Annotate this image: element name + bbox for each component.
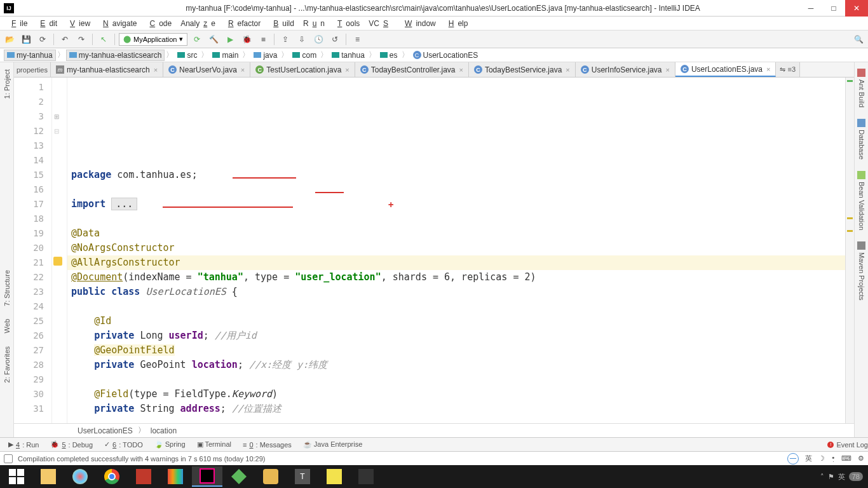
bottom-debug[interactable]: 🐞 5: Debug	[46, 438, 97, 451]
bottom-messages[interactable]: ≡ 0: Messages	[238, 439, 296, 451]
menu-refactor[interactable]: Refactor	[220, 18, 264, 29]
code-editor[interactable]: + package com.tanhua.es; import ... @Dat…	[67, 78, 845, 423]
run-config-selector[interactable]: ⬤ MyApplication ▾	[119, 33, 187, 46]
menu-view[interactable]: View	[62, 18, 94, 29]
task-intellij[interactable]	[192, 466, 222, 487]
breadcrumb-field[interactable]: location	[151, 426, 177, 435]
bottom-run[interactable]: ▶ 4: Run	[4, 438, 43, 451]
breadcrumb-tanhua[interactable]: tanhua	[329, 50, 367, 60]
tool-favorites[interactable]: 2: Favorites	[1, 343, 13, 386]
editor-tab-userinfoservice[interactable]: CUserInfoService.java×	[576, 62, 675, 77]
menu-file[interactable]: File	[4, 18, 31, 29]
bottom-terminal[interactable]: ▣ Terminal	[193, 438, 236, 451]
tray-flag-icon[interactable]: ⚑	[828, 473, 834, 481]
menu-vcs[interactable]: VCS	[365, 18, 396, 29]
task-rainbow[interactable]	[160, 466, 191, 487]
refresh-icon[interactable]: ⟳	[36, 32, 50, 46]
build-icon[interactable]: ⟳	[190, 32, 204, 46]
tool-maven[interactable]: Maven Projects	[856, 239, 867, 303]
editor-tab-nearuservo[interactable]: CNearUserVo.java×	[163, 62, 250, 77]
bottom-java-enterprise[interactable]: ☕ Java Enterprise	[299, 438, 367, 451]
task-app3[interactable]	[319, 466, 349, 487]
history-icon[interactable]: 🕓	[311, 32, 325, 46]
bottom-todo[interactable]: ✓ 6: TODO	[100, 438, 147, 451]
event-log[interactable]: !Event Log	[827, 441, 868, 449]
editor-tab-properties[interactable]: properties	[14, 62, 51, 77]
breadcrumb-module[interactable]: my-tanhua-elasticsearch	[66, 50, 165, 61]
task-chrome[interactable]	[97, 466, 127, 487]
breadcrumb-java[interactable]: java	[251, 50, 280, 60]
menu-window[interactable]: Window	[397, 18, 440, 29]
start-button[interactable]	[1, 466, 32, 487]
editor-tab-todaybestcontroller[interactable]: CTodayBestController.java×	[355, 62, 469, 77]
revert-icon[interactable]: ↺	[328, 32, 342, 46]
editor-tab-module[interactable]: mmy-tanhua-elasticsearch×	[51, 62, 163, 77]
line-number-gutter: 1231213141516171819202122232425262728293…	[14, 78, 52, 423]
editor-scrollbar[interactable]	[845, 78, 854, 423]
redo-icon[interactable]: ↷	[74, 32, 88, 46]
toolbar: 📂 💾 ⟳ ↶ ↷ ↖ ⬤ MyApplication ▾ ⟳ 🔨 ▶ 🐞 ■ …	[0, 30, 868, 48]
menu-tools[interactable]: Tools	[330, 18, 363, 29]
tool-project[interactable]: 1: Project	[1, 66, 13, 102]
close-button[interactable]: ✕	[845, 0, 868, 17]
editor-tab-todaybestservice[interactable]: CTodayBestService.java×	[469, 62, 576, 77]
tray-ime[interactable]: 英	[838, 472, 845, 482]
intention-bulb-icon[interactable]	[53, 257, 62, 266]
tray-badge[interactable]: 78	[849, 472, 863, 481]
ime-indicator[interactable]: 英	[805, 454, 812, 463]
menu-help[interactable]: Help	[441, 18, 472, 29]
editor-tab-userlocationes[interactable]: CUserLocationES.java×	[675, 62, 776, 77]
menu-navigate[interactable]: Navigate	[95, 18, 140, 29]
menu-edit[interactable]: Edit	[32, 18, 61, 29]
menu-code[interactable]: Code	[142, 18, 175, 29]
tool-database[interactable]: Database	[856, 116, 867, 162]
save-icon[interactable]: 💾	[19, 32, 33, 46]
task-app4[interactable]	[351, 466, 381, 487]
keyboard-icon[interactable]: ⌨	[841, 454, 851, 463]
task-explorer[interactable]	[33, 466, 64, 487]
menu-analyze[interactable]: Analyze	[177, 18, 219, 29]
task-app1[interactable]	[255, 466, 286, 487]
task-paint[interactable]	[65, 466, 95, 487]
vcs-icon[interactable]: ⇪	[278, 32, 292, 46]
vcs-update-icon[interactable]: ⇩	[295, 32, 309, 46]
moon-icon[interactable]: ☽	[818, 454, 825, 463]
search-icon[interactable]: 🔍	[851, 32, 865, 46]
tab-overflow[interactable]: ⇋ ≡3	[776, 62, 800, 77]
menu-build[interactable]: Build	[266, 18, 298, 29]
task-leaf[interactable]	[224, 466, 254, 487]
tool-web[interactable]: Web	[1, 316, 13, 336]
minimize-button[interactable]: ─	[799, 0, 822, 17]
undo-icon[interactable]: ↶	[58, 32, 72, 46]
breadcrumb-main[interactable]: main	[210, 50, 241, 60]
structure-icon[interactable]: ≡	[350, 32, 364, 46]
tool-structure[interactable]: 7: Structure	[1, 267, 13, 309]
breadcrumb-es[interactable]: es	[377, 50, 400, 60]
task-app2[interactable]: T	[287, 466, 318, 487]
open-icon[interactable]: 📂	[3, 32, 17, 46]
hammer-icon[interactable]: 🔨	[207, 32, 220, 46]
task-notes[interactable]	[128, 466, 159, 487]
dots-icon[interactable]: •ִ	[831, 454, 835, 463]
bottom-spring[interactable]: 🍃 Spring	[150, 438, 190, 451]
stop-icon[interactable]: ■	[256, 32, 270, 46]
menu-run[interactable]: Run	[299, 18, 329, 29]
tray-chevron-icon[interactable]: ˄	[820, 473, 824, 481]
breadcrumb-file[interactable]: CUserLocationES	[410, 50, 481, 60]
gear-icon[interactable]: ⚙	[858, 454, 864, 463]
breadcrumb-com[interactable]: com	[290, 50, 319, 60]
maximize-button[interactable]: □	[822, 0, 845, 17]
globe-icon[interactable]	[787, 453, 799, 464]
run-icon[interactable]: ▶	[223, 32, 237, 46]
tool-antbuild[interactable]: Ant Build	[856, 66, 867, 110]
breadcrumb-class[interactable]: UserLocationES	[78, 426, 133, 435]
back-icon[interactable]: ↖	[97, 32, 111, 46]
status-icon[interactable]	[4, 454, 13, 463]
tool-beanvalidation[interactable]: Bean Validation	[856, 168, 867, 233]
breadcrumb-root[interactable]: my-tanhua	[4, 50, 56, 61]
breadcrumb-src[interactable]: src	[175, 50, 200, 60]
system-tray[interactable]: ˄ ⚑ 英 78	[820, 472, 868, 482]
editor-tab-testuserlocation[interactable]: CTestUserLocation.java×	[250, 62, 355, 77]
debug-icon[interactable]: 🐞	[240, 32, 254, 46]
app-icon: IJ	[4, 3, 14, 13]
